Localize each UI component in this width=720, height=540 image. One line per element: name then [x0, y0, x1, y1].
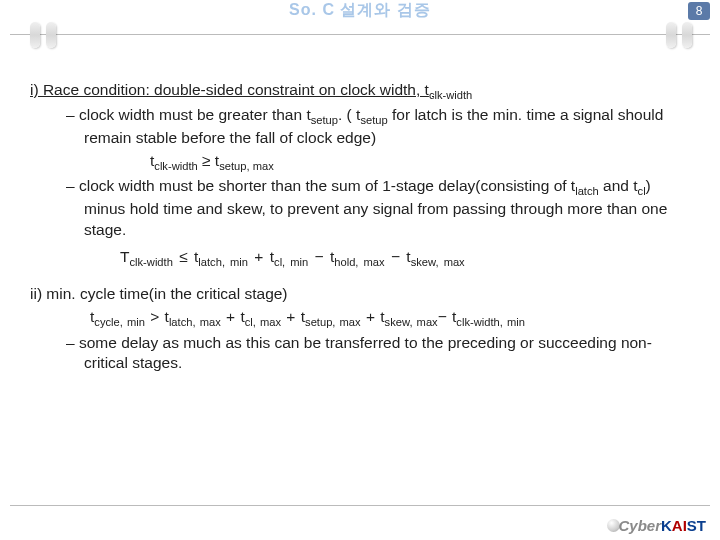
f3-s1: latch, max [169, 316, 221, 328]
pill-icon [666, 22, 676, 48]
f2-s1: clk-width [129, 256, 172, 268]
page-number: 8 [688, 2, 710, 20]
f1-rhs-sub: setup, max [219, 160, 274, 172]
logo-cy: Cy [618, 517, 637, 534]
bullet-2: clock width must be shorter than the sum… [66, 176, 690, 241]
pill-icon [30, 22, 40, 48]
content-body: i) Race condition: double-sided constrai… [30, 80, 690, 374]
f3-p1: + [221, 308, 241, 325]
b2-text-b: and t [599, 177, 638, 194]
top-decoration [0, 22, 720, 52]
f3-s5: clk-width, min [456, 316, 525, 328]
f3-gt: > [145, 308, 165, 325]
f2-ss3: hold, max [334, 256, 384, 268]
pill-icon [682, 22, 692, 48]
formula-1: tclk-width ≥ tsetup, max [150, 151, 690, 174]
f3-s3: setup, max [305, 316, 361, 328]
f2-ss1: latch, min [198, 256, 248, 268]
f2-ss4: skew, max [411, 256, 465, 268]
section2-heading: ii) min. cycle time(in the critical stag… [30, 284, 690, 305]
f3-m: − [438, 308, 452, 325]
f3-s4: skew, max [385, 316, 438, 328]
f2-m1: − [308, 248, 330, 265]
f1-lhs-sub: clk-width [154, 160, 197, 172]
section1-heading: i) Race condition: double-sided constrai… [30, 80, 690, 103]
f3-s: cycle, min [94, 316, 145, 328]
bullet-3: some delay as much as this can be transf… [66, 333, 690, 375]
f3-p3: + [361, 308, 381, 325]
formula-3: tcycle, min > tlatch, max + tcl, max + t… [90, 307, 690, 330]
logo-ai: AI [672, 517, 687, 534]
footer-divider [10, 505, 710, 534]
slide: So. C 설계와 검증 8 i) Race condition: double… [0, 0, 720, 540]
logo-st: ST [687, 517, 706, 534]
title-bar: So. C 설계와 검증 [0, 0, 720, 24]
formula-2: Tclk-width ≤ tlatch, min + tcl, min − th… [120, 247, 690, 270]
f1-op: ≥ [198, 152, 215, 169]
logo-ber: ber [638, 517, 661, 534]
logo-k: K [661, 517, 672, 534]
b1-text-a: clock width must be greater than t [79, 106, 311, 123]
logo-cyberkaist: CyberKAIST [607, 517, 706, 534]
pill-icon [46, 22, 56, 48]
section2: ii) min. cycle time(in the critical stag… [30, 284, 690, 374]
f2-ss2: cl, min [274, 256, 308, 268]
f2-op1: ≤ [173, 248, 194, 265]
f3-s2: cl, max [245, 316, 281, 328]
f3-p2: + [281, 308, 301, 325]
slide-title: So. C 설계와 검증 [289, 0, 431, 21]
divider-top [10, 34, 710, 35]
b1-text-b: . ( t [338, 106, 360, 123]
b2-text-a: clock width must be shorter than the sum… [79, 177, 575, 194]
bullet-1: clock width must be greater than tsetup.… [66, 105, 690, 149]
f2-p1: + [248, 248, 270, 265]
f2-m2: − [385, 248, 407, 265]
